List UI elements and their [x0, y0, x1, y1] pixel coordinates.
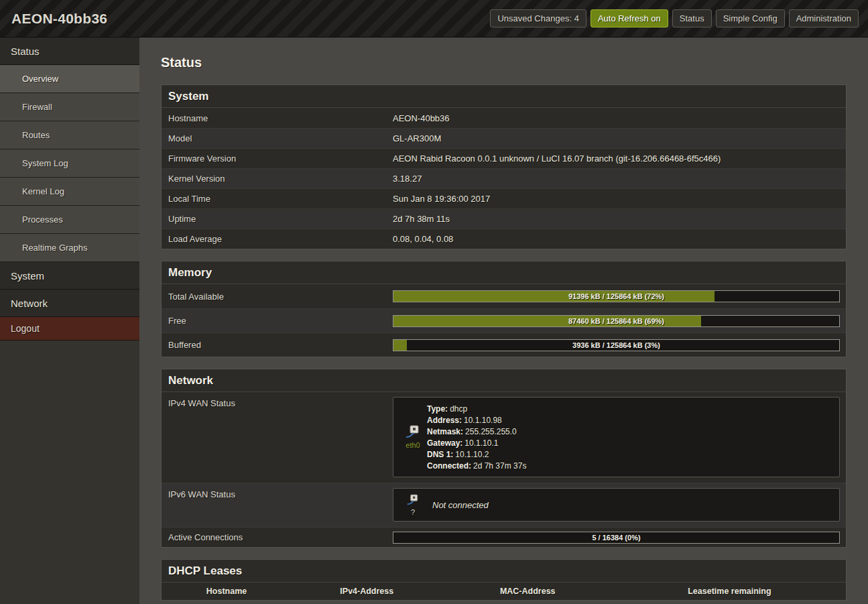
unsaved-changes-button[interactable]: Unsaved Changes: 4 [490, 9, 586, 27]
column-header-ipv4-address: IPv4-Address [292, 587, 442, 596]
progressbar-text: 3936 kB / 125864 kB (3%) [393, 340, 839, 351]
memory-table: Total Available 91396 kB / 125864 kB (72… [162, 284, 846, 357]
row-label: Uptime [162, 214, 393, 224]
dhcp-table-header-row: Hostname IPv4-Address MAC-Address Leaset… [162, 583, 846, 600]
sidebar-group-status[interactable]: Status [0, 38, 139, 65]
row-label: Firmware Version [162, 154, 393, 164]
row-label: Free [162, 316, 393, 326]
interface-unknown-mark: ? [411, 508, 415, 516]
row-label: Local Time [162, 194, 393, 204]
table-row: Total Available 91396 kB / 125864 kB (72… [162, 284, 846, 308]
row-value: Sun Jan 8 19:36:00 2017 [393, 194, 846, 204]
sidebar-group-network[interactable]: Network [0, 290, 139, 317]
progressbar-text: 5 / 16384 (0%) [393, 532, 839, 543]
sidebar-nav: Status Overview Firewall Routes System L… [0, 38, 139, 604]
table-row: Kernel Version 3.18.27 [162, 168, 846, 188]
sidebar-item-realtime-graphs[interactable]: Realtime Graphs [0, 234, 139, 262]
table-row: Model GL-AR300M [162, 128, 846, 148]
ipv4-wan-status-box: eth0 Type:dhcp Address:10.1.10.98 Netmas… [393, 397, 840, 477]
column-header-leasetime: Leasetime remaining [613, 587, 846, 596]
dhcp-section-title: DHCP Leases [162, 560, 846, 583]
interface-name: eth0 [406, 441, 420, 449]
memory-total-progressbar: 91396 kB / 125864 kB (72%) [393, 290, 840, 302]
sidebar-item-logout[interactable]: Logout [0, 317, 139, 341]
row-label: Model [162, 133, 393, 143]
table-row: Free 87460 kB / 125864 kB (69%) [162, 308, 846, 333]
wan-detail-line: Netmask:255.255.255.0 [427, 427, 526, 436]
network-section-title: Network [162, 369, 846, 392]
progressbar-text: 91396 kB / 125864 kB (72%) [393, 291, 839, 302]
table-row: IPv4 WAN Status [162, 392, 846, 483]
sidebar-item-system-log[interactable]: System Log [0, 149, 139, 178]
row-value: 3.18.27 [393, 174, 846, 184]
system-section: System Hostname AEON-40bb36 Model GL-AR3… [161, 84, 847, 249]
ethernet-icon [405, 425, 421, 440]
memory-section: Memory Total Available 91396 kB / 125864… [161, 261, 847, 357]
wan-detail-line: DNS 1:10.1.10.2 [427, 450, 526, 459]
row-label: Total Available [162, 292, 393, 302]
wan-detail-line: Gateway:10.1.10.1 [427, 438, 526, 448]
table-row: Uptime 2d 7h 38m 11s [162, 208, 846, 229]
auto-refresh-toggle-button[interactable]: Auto Refresh on [591, 9, 668, 27]
row-value: 2d 7h 38m 11s [393, 214, 846, 224]
row-label: Kernel Version [162, 174, 393, 184]
active-connections-progressbar: 5 / 16384 (0%) [393, 532, 840, 544]
network-table: IPv4 WAN Status [162, 392, 846, 547]
dhcp-leases-section: DHCP Leases Hostname IPv4-Address MAC-Ad… [161, 559, 847, 601]
table-row: Load Average 0.08, 0.04, 0.08 [162, 229, 846, 249]
row-label: Active Connections [162, 532, 393, 542]
sidebar-item-overview[interactable]: Overview [0, 65, 139, 93]
table-row: IPv6 WAN Status [162, 483, 846, 527]
memory-free-progressbar: 87460 kB / 125864 kB (69%) [393, 315, 840, 327]
administration-button[interactable]: Administration [789, 9, 859, 27]
table-row: Hostname AEON-40bb36 [162, 108, 846, 128]
row-label: Hostname [162, 113, 393, 123]
row-value: GL-AR300M [393, 133, 846, 143]
ipv6-wan-status-box: ? Not connected [393, 488, 840, 522]
row-label: Load Average [162, 234, 393, 244]
column-header-hostname: Hostname [162, 587, 292, 596]
row-label: Buffered [162, 340, 393, 350]
ethernet-icon [406, 494, 420, 507]
progressbar-text: 87460 kB / 125864 kB (69%) [393, 316, 839, 326]
row-value: AEON-40bb36 [393, 113, 846, 123]
row-value: AEON Rabid Racoon 0.0.1 unknown / LuCI 1… [393, 154, 846, 164]
topbar-buttons: Unsaved Changes: 4 Auto Refresh on Statu… [490, 9, 868, 27]
sidebar-item-firewall[interactable]: Firewall [0, 93, 139, 121]
memory-section-title: Memory [162, 261, 846, 284]
page-title: Status [161, 55, 847, 70]
system-table: Hostname AEON-40bb36 Model GL-AR300M Fir… [162, 108, 846, 249]
sidebar-group-system[interactable]: System [0, 262, 139, 290]
system-section-title: System [162, 85, 846, 108]
table-row: Local Time Sun Jan 8 19:36:00 2017 [162, 188, 846, 208]
sidebar-item-routes[interactable]: Routes [0, 121, 139, 149]
simple-config-button[interactable]: Simple Config [716, 9, 785, 27]
column-header-mac-address: MAC-Address [442, 587, 613, 596]
sidebar-item-kernel-log[interactable]: Kernel Log [0, 178, 139, 206]
device-hostname-title: AEON-40bb36 [0, 11, 107, 27]
network-section: Network IPv4 WAN Status [161, 369, 847, 548]
ipv6-status-text: Not connected [432, 500, 489, 510]
status-view-button[interactable]: Status [672, 9, 712, 27]
main-content: Status System Hostname AEON-40bb36 Model… [139, 38, 868, 604]
table-row: Firmware Version AEON Rabid Racoon 0.0.1… [162, 148, 846, 168]
table-row: Buffered 3936 kB / 125864 kB (3%) [162, 333, 846, 357]
topbar: AEON-40bb36 Unsaved Changes: 4 Auto Refr… [0, 0, 868, 38]
row-label: IPv6 WAN Status [162, 483, 393, 499]
sidebar-item-processes[interactable]: Processes [0, 206, 139, 234]
wan-detail-line: Address:10.1.10.98 [427, 416, 526, 425]
wan-detail-line: Type:dhcp [427, 404, 526, 414]
row-value: 0.08, 0.04, 0.08 [393, 234, 846, 244]
wan-detail-line: Connected:2d 7h 37m 37s [427, 461, 526, 471]
row-label: IPv4 WAN Status [162, 392, 393, 408]
table-row: Active Connections 5 / 16384 (0%) [162, 527, 846, 547]
memory-buffered-progressbar: 3936 kB / 125864 kB (3%) [393, 339, 840, 351]
